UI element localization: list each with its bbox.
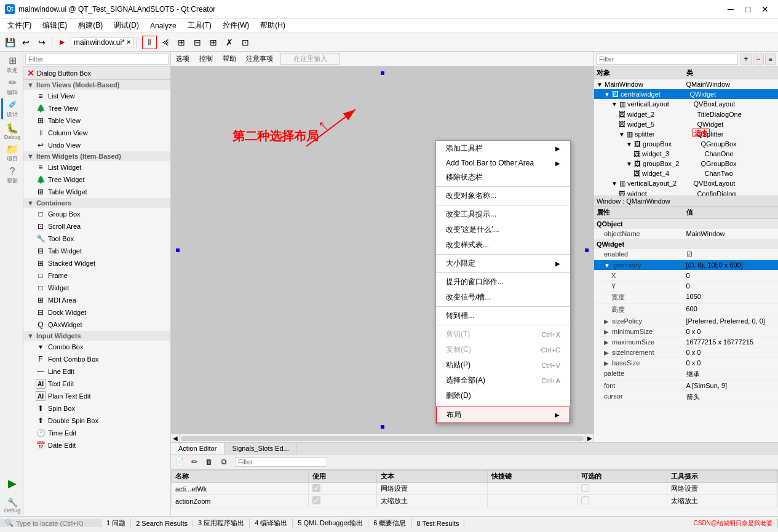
hscrollbar-thumb[interactable] bbox=[181, 436, 584, 441]
widget-list-widget[interactable]: ≡ List Widget bbox=[23, 161, 170, 173]
widget-double-spin-box[interactable]: ⬆ Double Spin Box bbox=[23, 415, 170, 427]
ctx-cut[interactable]: 剪切(T) Ctrl+X bbox=[436, 327, 570, 342]
layout-h-btn[interactable]: ⫴ bbox=[142, 36, 157, 49]
obj-vertical-layout2[interactable]: ▼ ▥ verticalLayout_2 QVBoxLayout bbox=[594, 178, 778, 189]
widget-spin-box[interactable]: ⬆ Spin Box bbox=[23, 402, 170, 415]
obj-widget5[interactable]: 🖼 widget_5 QWidget bbox=[594, 119, 778, 129]
status-summary[interactable]: 6 概要信息 bbox=[368, 518, 411, 528]
prop-max-size[interactable]: ▶ maximumSize 16777215 x 16777215 bbox=[594, 337, 778, 347]
status-test[interactable]: 8 Test Results bbox=[412, 520, 465, 527]
adjust-btn[interactable]: ⊡ bbox=[238, 36, 253, 49]
menu-build[interactable]: 构建(B) bbox=[73, 19, 108, 32]
prop-height[interactable]: 高度 600 bbox=[594, 304, 778, 316]
ctx-change-stylesheet[interactable]: 改变样式表... bbox=[436, 237, 570, 253]
widget-dock-widget[interactable]: ⊟ Dock Widget bbox=[23, 306, 170, 319]
layout-vsp-btn[interactable]: ⊞ bbox=[206, 36, 221, 49]
widget-column-view[interactable]: ⫴ Column View bbox=[23, 127, 170, 139]
menu-analyze[interactable]: Analyze bbox=[145, 20, 181, 31]
prop-group-qobject[interactable]: QObject bbox=[594, 219, 778, 229]
menu-file[interactable]: 文件(F) bbox=[2, 19, 36, 32]
menu-widgets[interactable]: 控件(W) bbox=[218, 19, 254, 32]
widget-stacked-widget[interactable]: ⊞ Stacked Widget bbox=[23, 257, 170, 269]
widget-qax-widget[interactable]: Q QAxWidget bbox=[23, 319, 170, 331]
action-row-1[interactable]: acti...etWk 网络设置 网络设置 bbox=[172, 483, 778, 495]
activity-run[interactable]: ▶ bbox=[1, 473, 22, 494]
ctx-layout[interactable]: 布局 ▶ bbox=[436, 407, 570, 423]
widget-font-combo-box[interactable]: F Font Combo Box bbox=[23, 353, 170, 365]
canvas-menu-input[interactable]: 在这里输入 bbox=[280, 53, 340, 65]
ctx-change-whatsthis[interactable]: 改变'这是什么'... bbox=[436, 222, 570, 237]
break-layout-btn[interactable]: ✗ bbox=[222, 36, 237, 49]
canvas-menu-notice[interactable]: 注意事项 bbox=[244, 54, 276, 64]
file-tab[interactable]: mainwindow.ui* ✕ bbox=[71, 38, 134, 47]
action-copy-btn[interactable]: ⧉ bbox=[218, 456, 230, 468]
widget-date-edit[interactable]: 📅 Date Edit bbox=[23, 439, 170, 451]
obj-groupbox2[interactable]: ▼ 🖼 groupBox_2 QGroupBox bbox=[594, 159, 778, 169]
prop-size-policy[interactable]: ▶ sizePolicy [Preferred, Preferred, 0, 0… bbox=[594, 316, 778, 327]
prop-group-qwidget[interactable]: QWidget bbox=[594, 239, 778, 249]
category-dialog-btn-box[interactable]: ✕ Dialog Button Box bbox=[23, 67, 170, 80]
ctx-change-tooltip[interactable]: 改变工具提示... bbox=[436, 207, 570, 222]
activity-design[interactable]: ✐ 设计 bbox=[1, 98, 22, 119]
status-qml[interactable]: 5 QML Debugger输出 bbox=[293, 518, 368, 528]
prop-object-name[interactable]: objectName MainWindow bbox=[594, 229, 778, 239]
widget-table-view[interactable]: ⊞ Table View bbox=[23, 114, 170, 127]
layout-v-btn[interactable]: ⫷ bbox=[158, 36, 173, 49]
status-compile[interactable]: 4 编译输出 bbox=[250, 518, 293, 528]
maximize-button[interactable]: □ bbox=[740, 3, 756, 15]
widget-list-view[interactable]: ≡ List View bbox=[23, 90, 170, 102]
menu-tools[interactable]: 工具(T) bbox=[183, 19, 216, 32]
prop-x[interactable]: X 0 bbox=[594, 271, 778, 281]
action-filter-input[interactable] bbox=[235, 457, 327, 467]
obj-tree-add-btn[interactable]: + bbox=[740, 54, 752, 65]
prop-font[interactable]: font A [SimSun, 9] bbox=[594, 381, 778, 391]
prop-y[interactable]: Y 0 bbox=[594, 281, 778, 292]
menu-help[interactable]: 帮助(H) bbox=[255, 19, 290, 32]
minimize-button[interactable]: ─ bbox=[723, 3, 739, 15]
locate-input[interactable] bbox=[16, 520, 96, 527]
action-delete-btn[interactable]: 🗑 bbox=[203, 456, 215, 468]
widget-table-widget[interactable]: ⊞ Table Widget bbox=[23, 186, 170, 198]
widget-tool-box[interactable]: 🔧 Tool Box bbox=[23, 232, 170, 245]
close-button[interactable]: ✕ bbox=[757, 3, 773, 15]
toolbar-btn-1[interactable]: 💾 bbox=[2, 36, 17, 49]
widget-time-edit[interactable]: 🕐 Time Edit bbox=[23, 427, 170, 439]
status-issues[interactable]: 1 问题 bbox=[101, 518, 131, 528]
obj-main-window[interactable]: ▼ MainWindow QMainWindow bbox=[594, 79, 778, 89]
canvas-menu-option[interactable]: 选项 bbox=[173, 54, 192, 64]
widget-text-edit[interactable]: AI Text Edit bbox=[23, 378, 170, 390]
ctx-paste[interactable]: 粘贴(P) Ctrl+V bbox=[436, 357, 570, 373]
toolbar-btn-4[interactable]: ▶ bbox=[55, 36, 69, 49]
obj-centralwidget[interactable]: ▼ 🖼 centralwidget QWidget bbox=[594, 89, 778, 99]
widget-undo-view[interactable]: ↩ Undo View bbox=[23, 139, 170, 151]
ctx-add-toolbar-other[interactable]: Add Tool Bar to Other Area ▶ bbox=[436, 156, 570, 170]
action-edit-btn[interactable]: ✏ bbox=[188, 456, 200, 468]
ctx-change-signal-slot[interactable]: 改变信号/槽... bbox=[436, 290, 570, 305]
prop-geometry[interactable]: ▼ geometry [(0, 0), 1050 x 600] bbox=[594, 260, 778, 271]
category-item-widgets[interactable]: ▼ Item Widgets (Item-Based) bbox=[23, 151, 170, 161]
menu-debug[interactable]: 调试(D) bbox=[109, 19, 144, 32]
obj-tree-remove-btn[interactable]: − bbox=[753, 54, 764, 65]
obj-groupbox[interactable]: ▼ 🖼 groupBox QGroupBox bbox=[594, 139, 778, 149]
obj-widget3[interactable]: 🖼 widget_3 ChanOne bbox=[594, 149, 778, 159]
obj-vertical-layout[interactable]: ▼ ▥ verticalLayout QVBoxLayout bbox=[594, 99, 778, 109]
widget-line-edit[interactable]: — Line Edit bbox=[23, 365, 170, 378]
canvas-hscrollbar[interactable]: ◀ ▶ bbox=[171, 434, 593, 442]
canvas-main[interactable]: 第二种选择布局 ↑ 添加工具栏 ▶ Add Tool bbox=[171, 66, 593, 434]
obj-widget2[interactable]: 🖼 widget_2 TitleDialogOne bbox=[594, 109, 778, 119]
widget-combo-box[interactable]: ▾ Combo Box bbox=[23, 341, 170, 353]
obj-widget[interactable]: 🖼 widget ConfigDialog bbox=[594, 189, 778, 196]
status-search-results[interactable]: 2 Search Results bbox=[131, 520, 193, 527]
file-tab-close[interactable]: ✕ bbox=[126, 39, 131, 46]
widget-frame[interactable]: □ Frame bbox=[23, 269, 170, 282]
prop-size-increment[interactable]: ▶ sizeIncrement 0 x 0 bbox=[594, 347, 778, 358]
canvas-menu-control[interactable]: 控制 bbox=[197, 54, 215, 64]
activity-welcome[interactable]: ⊞ 欢迎 bbox=[1, 54, 22, 75]
widget-widget[interactable]: □ Widget bbox=[23, 282, 170, 294]
ctx-copy[interactable]: 复制(C) Ctrl+C bbox=[436, 342, 570, 357]
widget-tree-view[interactable]: 🌲 Tree View bbox=[23, 102, 170, 114]
scroll-right-btn[interactable]: ▶ bbox=[585, 434, 593, 443]
activity-debug[interactable]: 🐛 Debug bbox=[1, 121, 22, 141]
scroll-left-btn[interactable]: ◀ bbox=[171, 434, 180, 443]
prop-width[interactable]: 宽度 1050 bbox=[594, 292, 778, 304]
